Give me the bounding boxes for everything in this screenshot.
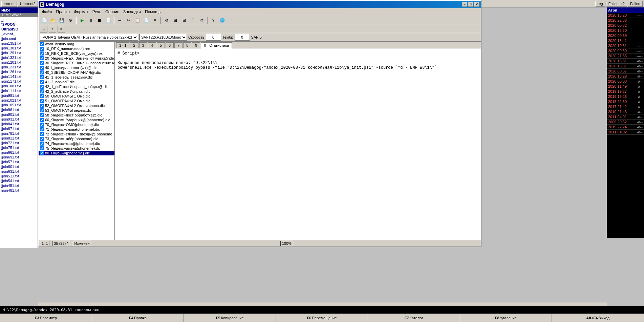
delete-button[interactable]: ✕ <box>151 17 159 24</box>
menu-item-файл[interactable]: Файл <box>40 9 54 15</box>
open-button[interactable]: 📂 <box>49 17 57 24</box>
stop-button[interactable]: ⏹ <box>95 17 104 24</box>
left-item[interactable]: TEMP W8\*.* <box>0 13 38 17</box>
approx-button[interactable]: ≈ <box>58 26 65 33</box>
file-list-item[interactable]: 40_ЗВЕЗДЫ ОКОНЧАНИЯ@.dic <box>39 70 114 75</box>
file-list-item[interactable]: 74_Яндекс+мат@{phoneme}.dic <box>39 141 114 146</box>
settings1-button[interactable]: ⚙ <box>163 17 171 24</box>
file-list-item[interactable]: 60_Яндекс+Ударения@{phoneme}.dic <box>39 117 114 122</box>
tab-item[interactable]: 5 <box>157 42 165 48</box>
left-item[interactable]: jjoin601.txt <box>0 164 38 169</box>
cut-button[interactable]: ✂ <box>125 17 133 24</box>
speed-input[interactable] <box>206 34 221 41</box>
file-list-item[interactable]: 75_Яндекс+имена{phoneme}.dic <box>39 146 114 151</box>
file-list-item[interactable]: 10_REX_числа(числа).rex <box>39 46 114 51</box>
left-item[interactable]: jjoin1351.txt <box>0 41 38 46</box>
web-button[interactable]: 🌐 <box>218 17 226 24</box>
paste-button[interactable]: 📄 <box>142 17 150 24</box>
file-list-item[interactable]: 42_1_всЕ-все Исправл_звёзды@.dic <box>39 84 114 89</box>
file-list-item[interactable]: 53_ОМОГРАФЫ индекс.dic <box>39 108 114 113</box>
arrow-right-button[interactable]: → <box>40 26 47 33</box>
fkey-f5[interactable]: F5Копирование <box>184 314 276 322</box>
menu-item-формат[interactable]: Формат <box>72 9 90 15</box>
file-list-item[interactable]: 50_ОМОГРАФЫ 1 Омо.dic <box>39 94 114 99</box>
tab-item[interactable]: 4 <box>148 42 156 48</box>
left-item[interactable]: jjoin1171.txt <box>0 79 38 84</box>
new-button[interactable]: 📄 <box>40 17 48 24</box>
left-item[interactable]: _avast_ <box>0 31 38 36</box>
taskbar-fallou[interactable]: Fallou <box>628 1 643 7</box>
left-item[interactable]: jjoin811.txt <box>0 136 38 141</box>
left-item[interactable]: jjoin1021.txt <box>0 98 38 103</box>
left-item[interactable]: _tc <box>0 17 38 22</box>
copy-special-button[interactable]: 📑 <box>104 17 112 24</box>
tempo-input[interactable] <box>235 34 250 41</box>
fkey-f7[interactable]: F7Каталог <box>368 314 460 322</box>
left-item[interactable]: jjoin841.txt <box>0 122 38 126</box>
file-list-item[interactable]: 15_REX_BCE_BCE(vse_vsyo).rex <box>39 51 114 56</box>
file-list-item[interactable]: 73_Яндекс+аббр{phoneme}.dic <box>39 136 114 141</box>
fkey-f6[interactable]: F6Перемещение <box>276 314 368 322</box>
left-item[interactable]: jjoin1081.txt <box>0 84 38 88</box>
file-list-item[interactable]: 42_2_всЕ-все Исправл.dic <box>39 89 114 94</box>
menu-item-помощь[interactable]: Помощь <box>143 9 163 15</box>
horizontal-scrollbar[interactable] <box>38 302 607 306</box>
taskbar-torrent[interactable]: torrent <box>1 1 17 7</box>
file-list-item[interactable]: 80_Паузы@{phoneme}.dic <box>39 151 114 155</box>
table-button[interactable]: ⊟ <box>180 17 188 24</box>
left-item[interactable]: Ultra$ISO <box>0 27 38 31</box>
fkey-f3[interactable]: F3Просмотр <box>0 314 92 322</box>
left-item[interactable]: jjoin991.txt <box>0 93 38 98</box>
taskbar-fallout42[interactable]: Fallout 42 <box>606 1 627 7</box>
tab-item[interactable]: 7 <box>174 42 183 48</box>
left-item[interactable]: jjoin1231.txt <box>0 65 38 69</box>
file-list-item[interactable]: word_history.hmg <box>39 42 114 46</box>
left-item[interactable]: jjoin1141.txt <box>0 74 38 79</box>
undo-button[interactable]: ↩ <box>116 17 124 24</box>
left-item[interactable]: \$POON <box>0 22 38 27</box>
fkey-f4[interactable]: F4Правка <box>92 314 184 322</box>
left-item[interactable]: jjoin571.txt <box>0 159 38 164</box>
maximize-button[interactable]: □ <box>468 2 473 7</box>
tab-item[interactable]: 1 · 1 <box>116 42 129 48</box>
left-item[interactable]: jjoin1321.txt <box>0 55 38 60</box>
tab-item[interactable]: 9 <box>192 42 200 48</box>
format-select[interactable]: SAFT22kHz16Bit8Mono <box>139 34 187 41</box>
menu-item-правка[interactable]: Правка <box>54 9 72 15</box>
file-list-item[interactable]: 72_Яндекс+слова - звёзды@{phoneme}.dic <box>39 132 114 136</box>
tab-item[interactable]: 2 <box>130 42 138 48</box>
tab-item[interactable]: 6 <box>166 42 174 48</box>
fkey-f8[interactable]: F8Удаление <box>460 314 552 322</box>
play-button[interactable]: ▶ <box>78 17 86 24</box>
left-item[interactable]: jjoin751.txt <box>0 145 38 150</box>
copy-button[interactable]: 📋 <box>133 17 142 24</box>
left-item[interactable]: jjoin781.txt <box>0 131 38 136</box>
left-item[interactable]: jjoin1111.txt <box>0 88 38 93</box>
grid-button[interactable]: ⊞ <box>171 17 179 24</box>
script-text[interactable]: # Script> Выбранная пользователем папка:… <box>115 48 481 240</box>
arrow-up-button[interactable]: ↑ <box>49 26 56 33</box>
save-button[interactable]: 💾 <box>58 17 66 24</box>
help-button[interactable]: ? <box>209 17 217 24</box>
fkey-altf4[interactable]: Alt+F4Выход <box>552 314 644 322</box>
file-list-item[interactable]: 70_Яндекс+ОМО{phoneme}.dic <box>39 122 114 127</box>
left-item[interactable]: jjoin511.txt <box>0 174 38 178</box>
left-item[interactable]: jjoin1051.txt <box>0 103 38 107</box>
left-item[interactable]: jjoin1291.txt <box>0 50 38 55</box>
left-item[interactable]: jjoin901.txt <box>0 112 38 117</box>
tab-item[interactable]: 8 <box>183 42 191 48</box>
pause-button[interactable]: ⏸ <box>87 17 95 24</box>
taskbar-utorrent2[interactable]: Utorrent2 <box>18 1 38 7</box>
file-list-item[interactable]: 41_1_все-всЕ_звёзды@.dic <box>39 75 114 80</box>
taskbar-reg[interactable]: reg <box>595 1 605 7</box>
left-item[interactable]: jjoin691.txt <box>0 155 38 159</box>
left-item[interactable]: jjoin661.txt <box>0 150 38 155</box>
left-item[interactable]: jjoin451.txt <box>0 183 38 188</box>
left-item[interactable]: jjoin931.txt <box>0 117 38 122</box>
file-list-item[interactable]: 71_Яндекс+слова{phoneme}.dic <box>39 127 114 132</box>
left-item[interactable]: jjoin.cmd <box>0 36 38 41</box>
left-item[interactable]: jjoin1201.txt <box>0 60 38 65</box>
tab-item[interactable]: 0 - Статистика <box>201 42 232 48</box>
file-list-item[interactable]: 51_ОМОГРАФЫ 2 Омо.dic <box>39 99 114 103</box>
settings2-button[interactable]: ⚙ <box>198 17 206 24</box>
